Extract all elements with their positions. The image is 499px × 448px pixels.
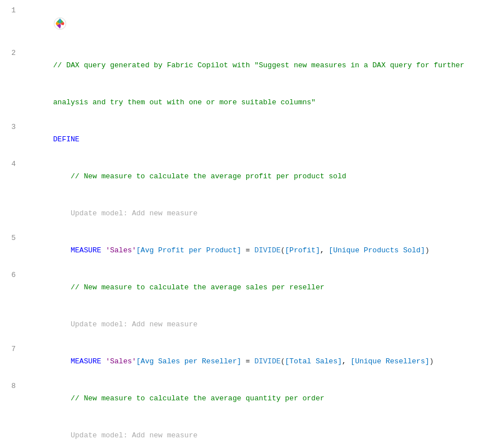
code-line-2b: analysis and try them out with one or mo… [0, 84, 499, 121]
line-content-3: DEFINE [22, 121, 499, 158]
code-line-3: 3 DEFINE [0, 121, 499, 158]
line-num-5: 5 [0, 232, 22, 244]
line-num-4: 4 [0, 158, 22, 170]
line-num-3: 3 [0, 121, 22, 133]
code-line-4b: Update model: Add new measure [0, 195, 499, 232]
line-content-2b: analysis and try them out with one or mo… [22, 84, 499, 121]
line-content-4: // New measure to calculate the average … [22, 158, 499, 195]
line-num-2: 2 [0, 47, 22, 59]
code-line-7: 7 MEASURE 'Sales'[Avg Sales per Reseller… [0, 343, 499, 380]
line-content-2: // DAX query generated by Fabric Copilot… [22, 47, 499, 84]
code-line-4: 4 // New measure to calculate the averag… [0, 158, 499, 195]
code-line-6: 6 // New measure to calculate the averag… [0, 269, 499, 306]
code-editor[interactable]: 1 2 // DAX query generated by Fabric Cop… [0, 0, 499, 448]
line-content-1 [22, 4, 499, 47]
line-num-6: 6 [0, 269, 22, 281]
line-content-6b: Update model: Add new measure [22, 306, 499, 343]
code-line-5: 5 MEASURE 'Sales'[Avg Profit per Product… [0, 232, 499, 269]
line-content-7: MEASURE 'Sales'[Avg Sales per Reseller] … [22, 343, 499, 380]
code-line-1: 1 [0, 4, 499, 47]
line-content-5: MEASURE 'Sales'[Avg Profit per Product] … [22, 232, 499, 269]
code-line-8: 8 // New measure to calculate the averag… [0, 380, 499, 417]
line-content-8: // New measure to calculate the average … [22, 380, 499, 417]
code-line-2: 2 // DAX query generated by Fabric Copil… [0, 47, 499, 84]
line-num-8: 8 [0, 380, 22, 392]
line-num-1: 1 [0, 4, 22, 17]
line-content-6: // New measure to calculate the average … [22, 269, 499, 306]
code-line-6b: Update model: Add new measure [0, 306, 499, 343]
code-line-8b: Update model: Add new measure [0, 417, 499, 448]
line-num-7: 7 [0, 343, 22, 355]
line-content-4b: Update model: Add new measure [22, 195, 499, 232]
line-content-8b: Update model: Add new measure [22, 417, 499, 448]
